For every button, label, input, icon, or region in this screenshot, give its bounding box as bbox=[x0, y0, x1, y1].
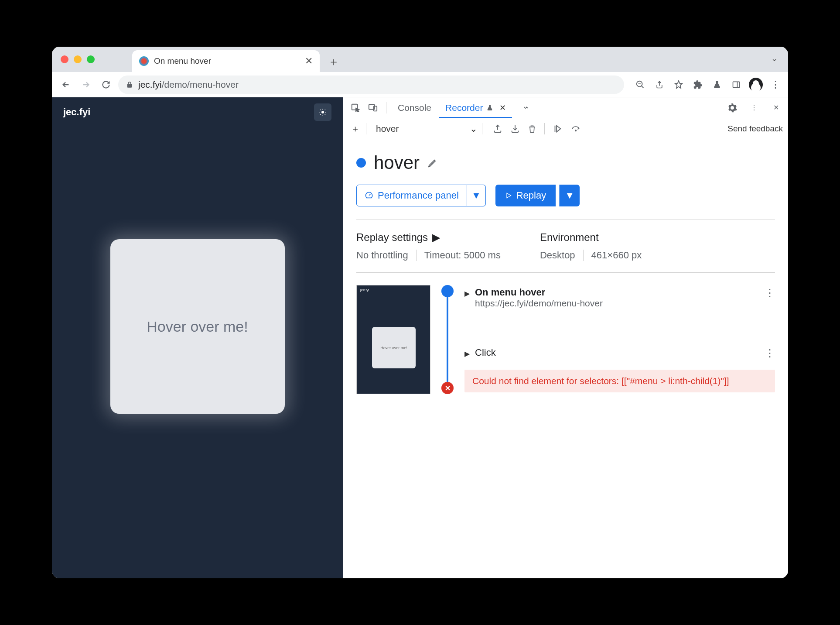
page-header: jec.fyi bbox=[52, 97, 343, 127]
step-menu-icon[interactable]: ⋮ bbox=[765, 347, 775, 359]
step-timeline: ✕ bbox=[440, 285, 455, 394]
svg-point-6 bbox=[575, 130, 576, 131]
step-menu-icon[interactable]: ⋮ bbox=[765, 287, 775, 299]
device-value: Desktop bbox=[540, 250, 575, 261]
hover-card[interactable]: Hover over me! bbox=[110, 239, 285, 414]
side-panel-icon[interactable] bbox=[730, 78, 743, 91]
traffic-lights bbox=[61, 55, 95, 63]
timeline-start-dot bbox=[441, 285, 454, 297]
hover-card-text: Hover over me! bbox=[147, 318, 248, 335]
throttling-value: No throttling bbox=[356, 250, 408, 261]
steps-list: ▶ On menu hover https://jec.fyi/demo/men… bbox=[464, 285, 775, 394]
settings-gear-icon[interactable] bbox=[724, 100, 740, 116]
step-item-click[interactable]: ▶ Click ⋮ bbox=[464, 345, 775, 361]
expand-caret-icon[interactable]: ▶ bbox=[464, 289, 470, 298]
site-logo-text: jec.fyi bbox=[63, 106, 90, 118]
action-buttons-row: Performance panel ▼ Replay ▼ bbox=[356, 185, 775, 206]
address-bar: jec.fyi/demo/menu-hover ⋮ bbox=[52, 72, 788, 97]
replay-dropdown[interactable]: ▼ bbox=[559, 185, 580, 206]
tab-recorder[interactable]: Recorder ✕ bbox=[439, 97, 512, 118]
recorder-toolbar: ＋ hover ⌄ Send feedback bbox=[343, 118, 788, 139]
devtools-panel: Console Recorder ✕ ⋮ ✕ bbox=[343, 97, 788, 578]
play-icon bbox=[505, 192, 512, 199]
new-tab-button[interactable]: ＋ bbox=[325, 53, 342, 70]
replay-button[interactable]: Replay bbox=[495, 185, 556, 206]
sun-icon bbox=[319, 108, 327, 116]
expand-caret-icon[interactable]: ▶ bbox=[464, 350, 470, 358]
bookmark-star-icon[interactable] bbox=[672, 78, 685, 91]
export-icon[interactable] bbox=[493, 124, 502, 134]
replay-settings-heading[interactable]: Replay settings ▶ bbox=[356, 231, 501, 244]
devtools-menu-icon[interactable]: ⋮ bbox=[746, 100, 762, 116]
step-thumbnail[interactable]: jec.fyi Hover over me! bbox=[356, 285, 430, 394]
step-title: Click bbox=[475, 347, 759, 358]
viewport-value: 461×660 px bbox=[591, 250, 642, 261]
edit-title-button[interactable] bbox=[427, 158, 438, 168]
nav-back-button[interactable] bbox=[58, 77, 74, 93]
flask-icon bbox=[486, 104, 493, 112]
performance-panel-button[interactable]: Performance panel bbox=[356, 185, 467, 206]
tab-strip: On menu hover ✕ ＋ ⌄ bbox=[52, 47, 788, 72]
inspect-element-icon[interactable] bbox=[348, 100, 363, 116]
steps-section: jec.fyi Hover over me! ✕ ▶ bbox=[356, 272, 775, 406]
window-maximize-button[interactable] bbox=[87, 55, 95, 63]
window-minimize-button[interactable] bbox=[74, 55, 82, 63]
theme-toggle-button[interactable] bbox=[314, 103, 331, 121]
tab-title: On menu hover bbox=[154, 56, 211, 66]
step-title: On menu hover bbox=[475, 287, 759, 298]
recorder-body: hover Performance panel ▼ bbox=[343, 139, 788, 578]
page-body: Hover over me! bbox=[52, 127, 343, 578]
send-feedback-link[interactable]: Send feedback bbox=[727, 124, 783, 134]
performance-panel-dropdown[interactable]: ▼ bbox=[467, 185, 486, 206]
thumbnail-card: Hover over me! bbox=[372, 327, 416, 368]
lock-icon bbox=[126, 81, 133, 89]
recording-dropdown-label[interactable]: hover bbox=[371, 124, 404, 134]
recording-title-row: hover bbox=[356, 152, 775, 173]
thumbnail-header: jec.fyi bbox=[360, 288, 369, 292]
step-over-icon[interactable] bbox=[570, 124, 581, 133]
zoom-icon[interactable] bbox=[634, 78, 647, 91]
continue-icon[interactable] bbox=[553, 124, 562, 134]
share-icon[interactable] bbox=[653, 78, 666, 91]
devtools-close-icon[interactable]: ✕ bbox=[768, 100, 784, 116]
chrome-menu-icon[interactable]: ⋮ bbox=[769, 78, 782, 91]
tab-close-button[interactable]: ✕ bbox=[305, 55, 313, 67]
browser-tab[interactable]: On menu hover ✕ bbox=[132, 50, 320, 72]
recording-status-dot bbox=[356, 158, 366, 168]
svg-point-2 bbox=[321, 111, 324, 113]
environment-heading: Environment bbox=[540, 231, 642, 244]
chevron-right-icon: ▶ bbox=[432, 231, 440, 244]
more-tabs-chevron-icon[interactable] bbox=[518, 100, 534, 116]
new-recording-button[interactable]: ＋ bbox=[348, 123, 362, 135]
tab-console[interactable]: Console bbox=[392, 97, 437, 118]
content-area: jec.fyi Hover over me! bbox=[52, 97, 788, 578]
import-icon[interactable] bbox=[510, 124, 520, 134]
gauge-icon bbox=[365, 191, 373, 200]
url-domain: jec.fyi bbox=[138, 79, 162, 89]
toolbar-right-icons: ⋮ bbox=[634, 78, 782, 92]
step-item-navigate[interactable]: ▶ On menu hover https://jec.fyi/demo/men… bbox=[464, 285, 775, 310]
extensions-icon[interactable] bbox=[691, 78, 704, 91]
recording-title: hover bbox=[374, 152, 420, 173]
page-viewport: jec.fyi Hover over me! bbox=[52, 97, 343, 578]
devtools-tab-bar: Console Recorder ✕ ⋮ ✕ bbox=[343, 97, 788, 118]
window-menu-chevron[interactable]: ⌄ bbox=[771, 54, 778, 63]
tab-favicon bbox=[139, 56, 149, 66]
labs-flask-icon[interactable] bbox=[710, 78, 724, 91]
timeline-error-dot: ✕ bbox=[441, 382, 454, 394]
timeout-value: Timeout: 5000 ms bbox=[424, 250, 501, 261]
recording-dropdown-chevron-icon[interactable]: ⌄ bbox=[470, 124, 478, 134]
svg-rect-1 bbox=[733, 82, 740, 87]
window-close-button[interactable] bbox=[61, 55, 68, 63]
settings-section: Replay settings ▶ No throttling Timeout:… bbox=[356, 220, 775, 272]
step-url: https://jec.fyi/demo/menu-hover bbox=[475, 298, 759, 309]
device-toggle-icon[interactable] bbox=[365, 100, 381, 116]
url-path: /demo/menu-hover bbox=[162, 79, 239, 89]
url-input[interactable]: jec.fyi/demo/menu-hover bbox=[118, 76, 624, 94]
nav-reload-button[interactable] bbox=[98, 77, 114, 93]
nav-forward-button[interactable] bbox=[78, 77, 94, 93]
step-error-message: Could not find element for selectors: [[… bbox=[464, 370, 775, 392]
tab-close-icon[interactable]: ✕ bbox=[499, 103, 506, 113]
profile-avatar[interactable] bbox=[749, 78, 763, 92]
delete-icon[interactable] bbox=[528, 124, 536, 134]
